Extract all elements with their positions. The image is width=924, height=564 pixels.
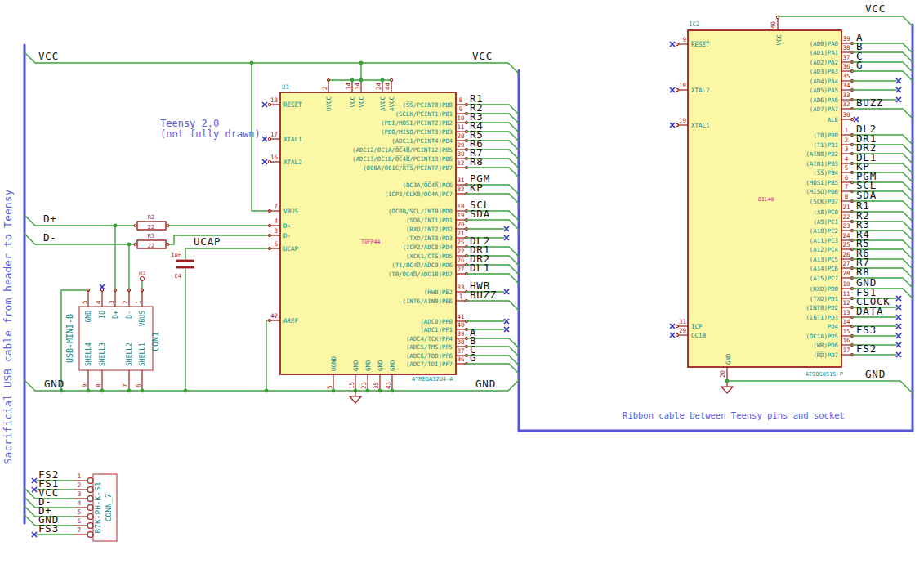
net-label[interactable]: G	[856, 59, 863, 71]
note-usb-cable[interactable]: Sacrificial USB cable from header to Tee…	[2, 190, 14, 465]
pin-number: 39	[842, 35, 850, 43]
net-label[interactable]: GND	[865, 368, 886, 380]
pin-name: D-	[283, 232, 291, 239]
pin-number: 7	[122, 383, 129, 387]
component-c4[interactable]: 1uFC4	[171, 252, 194, 280]
net-label[interactable]: VCC	[865, 2, 886, 15]
net-label[interactable]: G	[470, 351, 476, 364]
vcc-symbol-icon[interactable]: VCC	[138, 271, 145, 281]
wire[interactable]	[852, 71, 913, 81]
pin-name: UCAP	[283, 245, 299, 253]
note-teensy[interactable]: (not fully drawn)	[160, 128, 261, 140]
net-label[interactable]: D-	[43, 231, 57, 244]
pin-number: 1	[78, 472, 82, 480]
pin-number: 5	[81, 300, 88, 304]
pin-number: 11	[842, 290, 850, 298]
no-connect-x-icon	[896, 296, 901, 301]
ic2-gnd-wire[interactable]	[727, 381, 913, 393]
wire[interactable]	[852, 109, 913, 119]
pin-number: 16	[842, 337, 850, 344]
pin-number: 27	[457, 266, 464, 273]
pin-circle	[87, 505, 93, 511]
pin-number: 6	[845, 174, 849, 181]
schematic-canvas: U1ATMEGA32U4-ATQFP442UVCC14VCC34VCC24AVC…	[0, 0, 924, 564]
wire[interactable]	[466, 364, 519, 374]
pin-number: 13	[842, 309, 850, 316]
note-teensy[interactable]: Teensy 2.0	[160, 118, 219, 129]
net-label[interactable]: BUZZ	[856, 96, 883, 109]
pin-name: AVCC	[388, 96, 395, 111]
net-label[interactable]: DATA	[856, 305, 883, 317]
net-label[interactable]: UCAP	[194, 235, 221, 248]
no-connect-x-icon	[896, 97, 901, 102]
pin-number: 20	[457, 221, 465, 228]
net-label[interactable]: GND	[475, 378, 496, 390]
pin-name: (A13)PC5	[810, 256, 838, 263]
vcc-rail-wire[interactable]	[25, 52, 519, 74]
dplus-wire[interactable]	[25, 215, 135, 226]
ucap-wire[interactable]	[185, 248, 270, 259]
pin-number: 34	[842, 82, 850, 89]
pin-name: (T1/O̅C̅4̅D̅/ADC9)PD6	[391, 262, 453, 269]
pin-number: 42	[270, 312, 278, 320]
pin-number: 19	[679, 117, 686, 124]
component-r2[interactable]: R222	[134, 214, 169, 231]
pin-number: 9	[459, 105, 463, 113]
net-label[interactable]: DL1	[470, 262, 490, 274]
net-label[interactable]: R8	[470, 155, 484, 168]
pin-number: 29	[679, 327, 686, 334]
pin-name: ID	[99, 311, 106, 319]
pin-name: (H̅W̅B̅)PE2	[424, 289, 453, 296]
aref-wire[interactable]	[266, 320, 270, 391]
pin-name: (R̅D̅)PD7	[813, 351, 838, 359]
pin-number: 25	[842, 241, 850, 248]
pin-circle	[87, 496, 93, 502]
pin-name: AVCC	[379, 96, 386, 111]
net-label[interactable]: FS2	[856, 342, 877, 355]
net-label[interactable]: GND	[44, 378, 65, 390]
pin-name: SHELL3	[99, 342, 106, 366]
no-connect-x-icon	[896, 352, 901, 357]
wire[interactable]	[466, 220, 519, 230]
net-label[interactable]: KP	[470, 181, 484, 194]
component-u1[interactable]: U1ATMEGA32U4-ATQFP442UVCC14VCC34VCC24AVC…	[268, 78, 467, 391]
pin-number: 7	[78, 526, 82, 534]
net-label[interactable]: D+	[43, 213, 57, 225]
pin-name: GND	[85, 311, 92, 323]
no-connect-x-icon	[504, 289, 509, 294]
component-r3[interactable]: R322	[134, 233, 169, 249]
component-conn7[interactable]: 1234567B7K-PH-K-S1CONN_7	[74, 472, 117, 541]
pin-name: VBUS	[283, 208, 299, 215]
note-ribbon[interactable]: Ribbon cable between Teensy pins and soc…	[623, 410, 845, 420]
pin-name: (S̅S̅/PCINT0)PB0	[402, 101, 453, 109]
component-con1[interactable]: 5GND4ID3D+2D-1VBUS9SHELL48SHELL37SHELL26…	[65, 289, 160, 391]
pin-name: (SCLK/PCINT1)PB1	[395, 110, 453, 118]
net-label[interactable]: FS3	[856, 324, 877, 336]
reference-label: IC2	[689, 20, 700, 28]
net-label[interactable]: SDA	[470, 208, 490, 220]
pin-name: (A8)PC0	[813, 208, 838, 216]
net-label[interactable]: FS3	[38, 522, 59, 535]
pin-name: (AD7)PA7	[810, 105, 838, 113]
no-connect-x-icon	[896, 315, 901, 320]
net-label[interactable]: BUZZ	[470, 289, 497, 301]
pin-name: XTAL1	[691, 122, 710, 129]
pin-number: 34	[354, 82, 361, 90]
net-label[interactable]: VCC	[472, 50, 493, 62]
wire[interactable]	[466, 301, 519, 311]
net-label[interactable]: VCC	[38, 50, 59, 62]
pin-number: 44	[384, 82, 391, 90]
ic2-vcc-wire[interactable]	[778, 16, 913, 26]
no-connect-x-icon	[896, 87, 901, 92]
dminus-wire[interactable]	[25, 234, 135, 244]
pin-number: 14	[345, 82, 352, 90]
pin-number: 23	[360, 382, 368, 389]
pin-name: (T1)PB1	[813, 141, 838, 149]
component-ic2[interactable]: IC2AT90S8515-PDIL4040VCC20GND9R̅E̅S̅E̅T̅…	[676, 16, 853, 379]
pin-number: 2	[78, 481, 82, 489]
pin-number: 25	[457, 239, 464, 246]
pin-name: (AD6)PA6	[810, 96, 838, 104]
pin-number: 21	[457, 230, 464, 237]
pin-number: 1	[845, 127, 849, 134]
pin-number: 5	[326, 385, 333, 389]
